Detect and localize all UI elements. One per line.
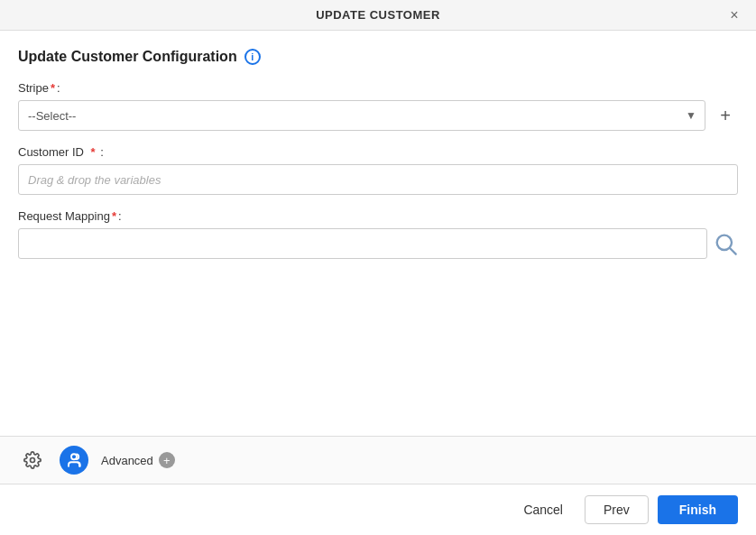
prev-button[interactable]: Prev	[585, 495, 649, 524]
svg-point-3	[71, 454, 77, 459]
gear-icon	[23, 451, 41, 469]
stripe-select-wrapper: --Select-- ▼	[18, 100, 705, 131]
request-mapping-search-row	[18, 228, 738, 259]
close-button[interactable]: ×	[724, 5, 745, 26]
customer-id-field-group: Customer ID * :	[18, 145, 738, 195]
footer-bar: Advanced +	[0, 436, 756, 484]
advanced-add-button[interactable]: +	[159, 452, 175, 468]
stripe-field-group: Stripe*: --Select-- ▼ +	[18, 81, 738, 131]
info-icon[interactable]: i	[244, 49, 261, 65]
modal-header: UPDATE CUSTOMER ×	[0, 0, 756, 31]
modal-content-wrapper: Update Customer Configuration i Stripe*:…	[0, 31, 756, 436]
stripe-select-row: --Select-- ▼ +	[18, 100, 738, 131]
search-icon	[713, 231, 738, 256]
request-mapping-field-group: Request Mapping*:	[18, 209, 738, 259]
finish-button[interactable]: Finish	[658, 495, 738, 524]
advanced-label-group: Advanced +	[101, 452, 175, 468]
request-mapping-search-button[interactable]	[713, 231, 738, 256]
request-mapping-input[interactable]	[18, 228, 707, 259]
request-mapping-required: *	[112, 209, 116, 223]
customer-id-required: *	[91, 145, 96, 159]
svg-point-2	[31, 458, 35, 463]
stripe-add-button[interactable]: +	[713, 103, 738, 128]
settings-button[interactable]	[18, 446, 47, 475]
cancel-button[interactable]: Cancel	[511, 497, 576, 522]
modal-title: UPDATE CUSTOMER	[316, 8, 440, 22]
svg-line-1	[730, 248, 735, 254]
modal-container: UPDATE CUSTOMER × Update Customer Config…	[0, 0, 756, 535]
modal-actions: Cancel Prev Finish	[0, 484, 756, 535]
user-button[interactable]	[60, 446, 88, 475]
stripe-select[interactable]: --Select--	[18, 100, 705, 131]
modal-body: Update Customer Configuration i Stripe*:…	[0, 31, 756, 436]
stripe-required: *	[51, 81, 55, 95]
section-title: Update Customer Configuration i	[18, 49, 738, 65]
user-icon	[66, 452, 82, 468]
customer-id-label: Customer ID * :	[18, 145, 738, 159]
request-mapping-label: Request Mapping*:	[18, 209, 738, 223]
customer-id-input[interactable]	[18, 164, 738, 195]
stripe-label: Stripe*:	[18, 81, 738, 95]
